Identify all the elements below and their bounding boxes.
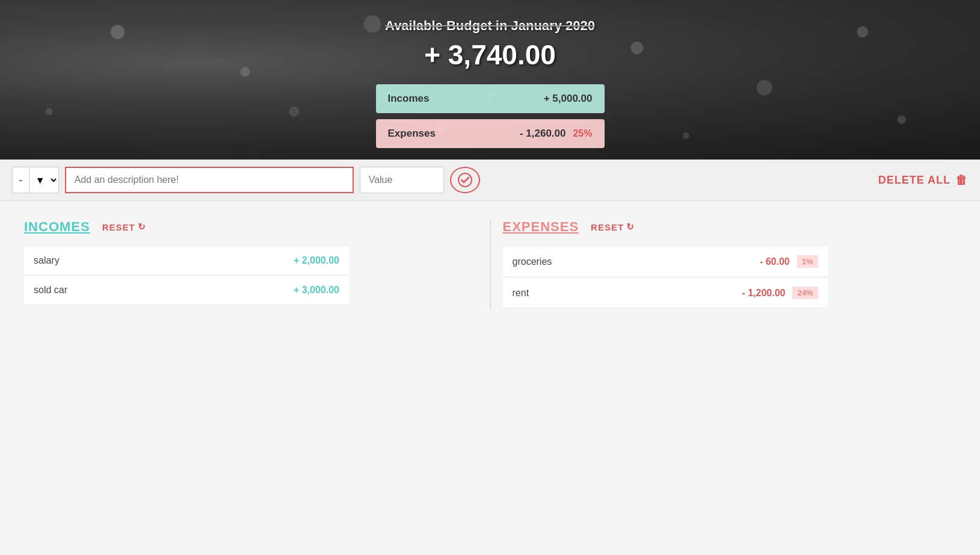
expense-item-pct-rent: 24%	[792, 287, 818, 299]
expense-item-pct-groceries: 1%	[797, 255, 818, 268]
income-item-value-sold-car: + 3,000.00	[294, 285, 339, 296]
description-input[interactable]	[65, 167, 354, 193]
section-divider	[490, 219, 491, 309]
expenses-section: EXPENSES RESET ↻ groceries - 60.00 1% re…	[503, 219, 957, 309]
hero-amount: + 3,740.00	[424, 39, 556, 71]
expenses-reset-label: RESET	[591, 222, 624, 232]
expense-summary-card: Expenses - 1,260.00 25%	[376, 119, 605, 148]
income-item-name-sold-car: sold car	[34, 285, 67, 296]
hero-section: Available Budget in January 2020 + 3,740…	[0, 0, 980, 160]
incomes-reset-label: RESET	[102, 222, 135, 232]
incomes-reset-icon: ↻	[138, 222, 146, 232]
expense-item-groceries: groceries - 60.00 1%	[503, 247, 828, 277]
delete-all-label: DELETE ALL	[878, 174, 951, 187]
expense-card-label: Expenses	[388, 128, 436, 140]
trash-icon: 🗑	[955, 173, 968, 187]
confirm-button[interactable]	[450, 167, 480, 193]
expense-card-value: - 1,260.00	[520, 128, 566, 140]
type-label: -	[12, 167, 29, 193]
incomes-list: salary + 2,000.00 sold car + 3,000.00	[24, 247, 478, 305]
expenses-reset-button[interactable]: RESET ↻	[591, 222, 635, 232]
incomes-reset-button[interactable]: RESET ↻	[102, 222, 146, 232]
expense-item-name-groceries: groceries	[513, 256, 552, 267]
incomes-header: INCOMES RESET ↻	[24, 219, 478, 235]
expenses-header: EXPENSES RESET ↻	[503, 219, 957, 235]
expense-item-value-groceries: - 60.00	[760, 256, 790, 267]
checkmark-icon	[457, 172, 473, 188]
income-item-value-salary: + 2,000.00	[294, 255, 339, 266]
type-select[interactable]: ▼ + -	[29, 167, 59, 193]
delete-all-button[interactable]: DELETE ALL 🗑	[878, 173, 968, 187]
expense-item-name-rent: rent	[513, 288, 529, 299]
expense-item-rent: rent - 1,200.00 24%	[503, 278, 828, 308]
income-item-name-salary: salary	[34, 255, 60, 266]
incomes-section: INCOMES RESET ↻ salary + 2,000.00 sold c…	[24, 219, 478, 309]
hero-cards: Incomes + 5,000.00 Expenses - 1,260.00 2…	[376, 84, 605, 148]
type-select-wrapper: - ▼ + -	[12, 167, 59, 193]
expense-card-percent: 25%	[573, 128, 592, 139]
main-content: INCOMES RESET ↻ salary + 2,000.00 sold c…	[0, 201, 980, 327]
value-input[interactable]	[360, 167, 444, 193]
incomes-title: INCOMES	[24, 219, 90, 235]
income-item-salary: salary + 2,000.00	[24, 247, 349, 275]
income-card-value: + 5,000.00	[544, 93, 593, 105]
expenses-reset-icon: ↻	[626, 222, 635, 232]
svg-point-0	[458, 173, 472, 187]
income-item-sold-car: sold car + 3,000.00	[24, 276, 349, 305]
hero-title: Available Budget in January 2020	[385, 18, 595, 34]
toolbar: - ▼ + - DELETE ALL 🗑	[0, 160, 980, 201]
expenses-list: groceries - 60.00 1% rent - 1,200.00 24%	[503, 247, 957, 308]
income-card-label: Incomes	[388, 93, 430, 105]
income-summary-card: Incomes + 5,000.00	[376, 84, 605, 113]
expenses-title: EXPENSES	[503, 219, 579, 235]
expense-item-value-rent: - 1,200.00	[742, 288, 785, 299]
